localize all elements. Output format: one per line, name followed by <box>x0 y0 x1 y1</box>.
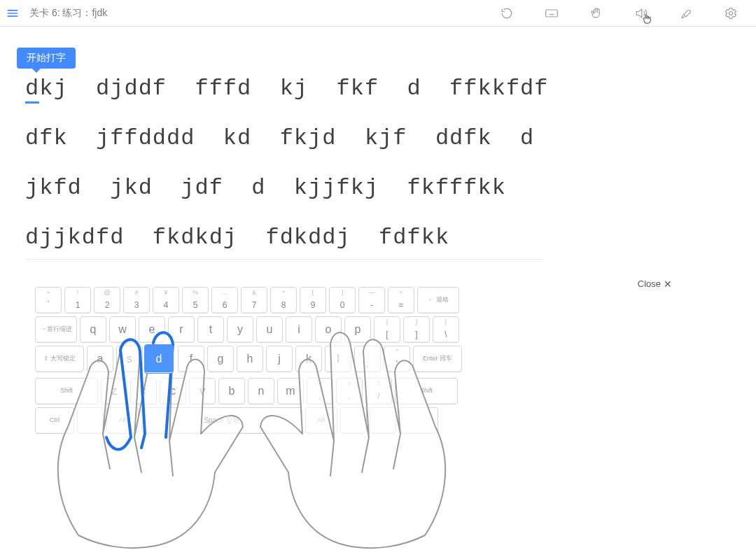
key-ctrl-left[interactable]: Ctrl <box>35 407 74 434</box>
key-tab[interactable]: →首行缩进 <box>35 316 77 343</box>
key-m[interactable]: m <box>277 378 304 404</box>
keyboard-row-4: Shiftzxcvbnm<,>.?/Shift <box>35 378 462 404</box>
svg-rect-0 <box>546 10 558 17</box>
text-cursor-char: d <box>25 76 39 104</box>
top-bar: 关卡 6: 练习：fjdk <box>0 0 756 27</box>
key-l[interactable]: l <box>325 346 351 372</box>
key-n[interactable]: n <box>248 378 274 404</box>
key-punct2-1[interactable]: >. <box>336 378 363 404</box>
key-alt-right[interactable]: Alt <box>305 407 337 434</box>
settings-icon[interactable] <box>724 6 738 20</box>
key-s[interactable]: s <box>116 346 143 372</box>
key-p[interactable]: p <box>344 316 371 343</box>
key-punct2-0[interactable]: <, <box>307 378 333 404</box>
top-bar-left: 关卡 6: 练习：fjdk <box>6 6 107 20</box>
key-k[interactable]: k <box>295 346 322 372</box>
keyboard-icon[interactable] <box>545 6 559 20</box>
text-line-rest: kj djddf fffd kj fkf d ffkkfdf <box>39 76 548 101</box>
key-bracket-0[interactable]: {[ <box>374 316 400 343</box>
text-line: dkj djddf fffd kj fkf d ffkkfdf <box>25 76 543 101</box>
text-line: djjkdfd fkdkdj fdkddj fdfkk <box>25 225 543 251</box>
key-bracket-1[interactable]: }] <box>403 316 430 343</box>
top-bar-actions <box>500 6 750 20</box>
key-x[interactable]: x <box>130 378 157 404</box>
key-i[interactable]: i <box>286 316 312 343</box>
key-4[interactable]: ¥4 <box>153 287 179 313</box>
key-space[interactable]: Space 空格 <box>141 407 302 434</box>
theme-icon[interactable] <box>679 6 693 20</box>
key-capslock[interactable]: ⇧ 大写锁定 <box>35 346 84 372</box>
key-blank-3[interactable] <box>370 407 396 434</box>
key-q[interactable]: q <box>80 316 106 343</box>
key-5[interactable]: %5 <box>182 287 209 313</box>
key-`[interactable]: ~` <box>35 287 62 313</box>
key-bracket-2[interactable]: |\ <box>433 316 459 343</box>
key-r[interactable]: r <box>168 316 195 343</box>
sound-icon[interactable] <box>634 6 648 20</box>
practice-text[interactable]: dkj djddf fffd kj fkf d ffkkfdf dfk jffd… <box>25 76 543 260</box>
key-backspace[interactable]: ← 退格 <box>417 287 459 313</box>
key-z[interactable]: z <box>101 378 127 404</box>
close-icon: ✕ <box>664 279 672 289</box>
key-d[interactable]: d <box>144 344 174 374</box>
key-e[interactable]: e <box>139 316 165 343</box>
key--[interactable]: —- <box>358 287 385 313</box>
level-prefix: 关卡 6: 练习： <box>29 7 92 18</box>
key-t[interactable]: t <box>197 316 224 343</box>
key-w[interactable]: w <box>109 316 136 343</box>
keyboard-row-5: CtrlAltSpace 空格Alt <box>35 407 462 434</box>
key-3[interactable]: #3 <box>123 287 150 313</box>
key-8[interactable]: *8 <box>270 287 297 313</box>
key-y[interactable]: y <box>227 316 253 343</box>
key-enter[interactable]: Enter 回车 <box>413 346 462 372</box>
close-label: Close <box>638 278 661 289</box>
key-shift-right[interactable]: Shift <box>395 378 458 404</box>
key-punct-0[interactable]: :; <box>354 346 381 372</box>
key-punct-1[interactable]: "' <box>384 346 410 372</box>
key-2[interactable]: @2 <box>94 287 120 313</box>
key-b[interactable]: b <box>218 378 245 404</box>
key-alt-left[interactable]: Alt <box>106 407 139 434</box>
key-c[interactable]: c <box>160 378 186 404</box>
text-line: jkfd jkd jdf d kjjfkj fkfffkk <box>25 175 543 201</box>
keyboard-row-3: ⇧ 大写锁定asdfghjkl:;"'Enter 回车 <box>35 346 462 375</box>
text-line: dfk jffdddd kd fkjd kjf ddfk d <box>25 125 543 151</box>
close-keyboard-button[interactable]: Close ✕ <box>638 278 672 289</box>
key-shift-left[interactable]: Shift <box>35 378 98 404</box>
key-blank-2[interactable] <box>340 407 367 434</box>
key-1[interactable]: !1 <box>64 287 91 313</box>
key-u[interactable]: u <box>256 316 283 343</box>
start-typing-tooltip: 开始打字 <box>17 48 76 69</box>
hand-icon[interactable] <box>589 6 603 20</box>
key-f[interactable]: f <box>178 346 204 372</box>
key-g[interactable]: g <box>207 346 234 372</box>
key-v[interactable]: v <box>189 378 216 404</box>
key-a[interactable]: a <box>87 346 113 372</box>
key-ctrl-right[interactable] <box>399 407 438 434</box>
key-7[interactable]: &7 <box>241 287 267 313</box>
key-6[interactable]: …6 <box>211 287 238 313</box>
key-0[interactable]: )0 <box>329 287 356 313</box>
restart-icon[interactable] <box>500 6 514 20</box>
level-title: 关卡 6: 练习：fjdk <box>29 7 107 20</box>
key-punct2-2[interactable]: ?/ <box>365 378 392 404</box>
key-h[interactable]: h <box>237 346 263 372</box>
key-o[interactable]: o <box>315 316 342 343</box>
key-blank-1[interactable] <box>77 407 104 434</box>
key-j[interactable]: j <box>266 346 293 372</box>
keyboard-row-2: →首行缩进qwertyuiop{[}]|\ <box>35 316 462 343</box>
svg-point-1 <box>729 11 733 15</box>
keyboard-row-1: ~`!1@2#3¥4%5…6&7*8(9)0—-+=← 退格 <box>35 287 462 313</box>
key-=[interactable]: += <box>388 287 414 313</box>
menu-icon[interactable] <box>6 6 20 20</box>
virtual-keyboard: ~`!1@2#3¥4%5…6&7*8(9)0—-+=← 退格 →首行缩进qwer… <box>35 287 462 437</box>
level-name: fjdk <box>92 7 107 18</box>
key-9[interactable]: (9 <box>300 287 326 313</box>
tooltip-label: 开始打字 <box>27 52 66 63</box>
